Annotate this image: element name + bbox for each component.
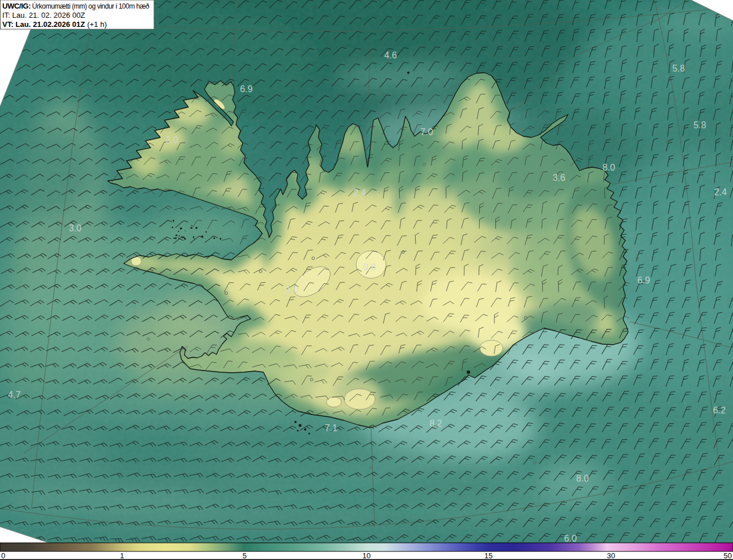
svg-text:3.6: 3.6 [553, 173, 565, 183]
svg-text:5.8: 5.8 [693, 120, 706, 130]
svg-text:3.0: 3.0 [69, 223, 81, 233]
svg-text:4.6: 4.6 [384, 50, 397, 60]
svg-text:5.8: 5.8 [672, 64, 685, 73]
svg-text:8.2: 8.2 [429, 419, 442, 428]
svg-text:6.0: 6.0 [564, 534, 577, 543]
svg-text:1: 1 [120, 551, 124, 560]
svg-text:2.4: 2.4 [353, 188, 366, 198]
svg-text:0: 0 [1, 551, 5, 560]
svg-text:7.0: 7.0 [420, 127, 433, 137]
svg-text:7.1: 7.1 [325, 423, 337, 433]
svg-text:6.2: 6.2 [713, 405, 726, 415]
svg-text:4.7: 4.7 [8, 390, 21, 400]
svg-text:5: 5 [242, 551, 246, 560]
svg-text:8.0: 8.0 [602, 163, 615, 172]
svg-text:2.0: 2.0 [165, 135, 178, 145]
svg-text:0.8: 0.8 [363, 262, 376, 272]
svg-text:2.4: 2.4 [714, 187, 727, 197]
svg-text:VT: Lau. 21.02.2026 01Z (+1 h): VT: Lau. 21.02.2026 01Z (+1 h) [2, 20, 107, 29]
svg-text:1.0: 1.0 [286, 285, 298, 294]
svg-text:10: 10 [362, 551, 371, 560]
svg-text:50: 50 [724, 551, 732, 560]
svg-text:30: 30 [607, 551, 615, 560]
svg-text:UWC/IG: Úrkomumætti (mm) og vi: UWC/IG: Úrkomumætti (mm) og vindur i 100… [2, 2, 149, 10]
svg-text:8.0: 8.0 [576, 474, 589, 483]
svg-text:6.9: 6.9 [240, 84, 253, 94]
svg-text:IT: Lau. 21. 02. 2026 00Z: IT: Lau. 21. 02. 2026 00Z [2, 11, 85, 19]
svg-text:6.9: 6.9 [637, 275, 650, 285]
svg-text:15: 15 [484, 551, 492, 560]
